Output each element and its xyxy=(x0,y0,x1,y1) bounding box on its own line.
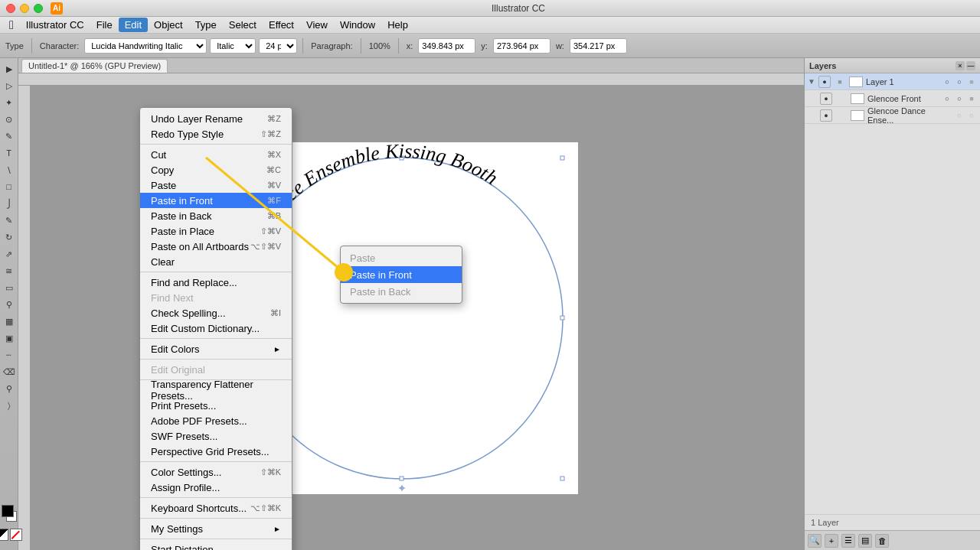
menu-redo-type-style[interactable]: Redo Type Style ⇧⌘Z xyxy=(140,126,292,142)
sep1 xyxy=(140,144,292,145)
doc-tab[interactable]: Untitled-1* @ 166% (GPU Preview) xyxy=(21,59,168,73)
gradient-swatch[interactable] xyxy=(0,529,8,541)
menu-swf-presets[interactable]: SWF Presets... xyxy=(140,428,292,444)
size-select[interactable]: 24 pt xyxy=(259,38,297,54)
menu-illustrator-cc[interactable]: Illustrator CC xyxy=(20,18,90,32)
title-bar-title: Illustrator CC xyxy=(63,3,974,14)
menu-paste-on-all[interactable]: Paste on All Artboards ⌥⇧⌘V xyxy=(140,239,292,254)
menu-adobe-pdf-presets[interactable]: Adobe PDF Presets... xyxy=(140,413,292,428)
foreground-swatch[interactable] xyxy=(2,505,14,517)
selection-tool[interactable]: ▶ xyxy=(2,61,17,76)
menu-object[interactable]: Object xyxy=(148,18,189,32)
symbol-sprayer-tool[interactable]: ⚲ xyxy=(2,297,17,312)
sep3 xyxy=(361,38,361,54)
menu-print-presets[interactable]: Print Presets... xyxy=(140,398,292,413)
menu-copy[interactable]: Copy ⌘C xyxy=(140,162,292,177)
menu-perspective-grid[interactable]: Perspective Grid Presets... xyxy=(140,444,292,459)
pencil-tool[interactable]: ✎ xyxy=(2,213,17,228)
sep2 xyxy=(302,38,303,54)
left-toolbar: ▶ ▷ ✦ ⊙ ✎ T ∖ □ ⎭ ✎ ↻ ⇗ ≅ ▭ ⚲ ▦ ▣ ┄ ⌫ ⚲ … xyxy=(0,58,18,550)
menu-paste-in-back[interactable]: Paste in Back ⌘B xyxy=(140,208,292,223)
menu-clear[interactable]: Clear xyxy=(140,254,292,269)
menu-transparency-presets[interactable]: Transparency Flattener Presets... xyxy=(140,382,292,398)
pen-tool[interactable]: ✎ xyxy=(2,129,17,144)
w-label: w: xyxy=(554,41,567,50)
ctx-paste-in-back[interactable]: Paste in Back xyxy=(341,283,462,300)
menu-edit[interactable]: Edit xyxy=(119,18,148,32)
ctx-paste[interactable]: Paste xyxy=(341,249,462,266)
sep6 xyxy=(140,461,292,462)
rotate-tool[interactable]: ↻ xyxy=(2,229,17,245)
menu-help[interactable]: Help xyxy=(381,18,414,32)
menu-paste-in-place[interactable]: Paste in Place ⇧⌘V xyxy=(140,223,292,239)
w-input[interactable] xyxy=(570,38,627,54)
menu-window[interactable]: Window xyxy=(334,18,381,32)
zoom-label: 100% xyxy=(367,41,393,50)
menu-effect[interactable]: Effect xyxy=(263,18,300,32)
minimize-button[interactable] xyxy=(20,4,29,13)
type-tool[interactable]: T xyxy=(2,145,17,161)
magic-wand-tool[interactable]: ✦ xyxy=(2,95,17,110)
layers-panel-title: Layers xyxy=(809,61,956,70)
menu-color-settings[interactable]: Color Settings... ⇧⌘K xyxy=(140,464,292,480)
menu-bar:  Illustrator CC File Edit Object Type S… xyxy=(0,17,980,34)
sep8 xyxy=(140,518,292,519)
font-select[interactable]: Lucida Handwriting Italic xyxy=(84,38,207,54)
rect-tool[interactable]: □ xyxy=(2,179,17,194)
menu-assign-profile[interactable]: Assign Profile... xyxy=(140,480,292,495)
menu-paste[interactable]: Paste ⌘V xyxy=(140,177,292,193)
layers-panel-close[interactable]: × xyxy=(956,61,965,70)
menu-start-dictation[interactable]: Start Dictation... xyxy=(140,542,292,550)
menu-type[interactable]: Type xyxy=(189,18,223,32)
sep4 xyxy=(398,38,399,54)
dropdown-overlay[interactable]: Undo Layer Rename ⌘Z Redo Type Style ⇧⌘Z… xyxy=(18,73,980,550)
layers-panel-header: Layers × — xyxy=(805,58,980,73)
x-input[interactable] xyxy=(418,38,475,54)
menu-my-settings[interactable]: My Settings ► xyxy=(140,521,292,536)
paragraph-label: Paragraph: xyxy=(309,41,354,50)
layers-panel-minimize[interactable]: — xyxy=(966,61,975,70)
type-label: Type xyxy=(3,41,26,50)
menu-paste-in-front[interactable]: Paste in Front ⌘F xyxy=(140,193,292,208)
shape-builder-tool[interactable]: ▭ xyxy=(2,280,17,295)
y-label: y: xyxy=(479,41,490,50)
sep xyxy=(31,38,32,54)
lasso-tool[interactable]: ⊙ xyxy=(2,112,17,127)
main-layout: ▶ ▷ ✦ ⊙ ✎ T ∖ □ ⎭ ✎ ↻ ⇗ ≅ ▭ ⚲ ▦ ▣ ┄ ⌫ ⚲ … xyxy=(0,58,980,550)
menu-keyboard-shortcuts[interactable]: Keyboard Shortcuts... ⌥⇧⌘K xyxy=(140,500,292,516)
menu-edit-custom-dict[interactable]: Edit Custom Dictionary... xyxy=(140,321,292,336)
warp-tool[interactable]: ≅ xyxy=(2,263,17,278)
ctx-paste-in-front[interactable]: Paste in Front xyxy=(341,266,462,283)
toolbar: Type Character: Lucida Handwriting Itali… xyxy=(0,34,980,58)
menu-find-replace[interactable]: Find and Replace... xyxy=(140,275,292,290)
sep4 xyxy=(140,359,292,360)
style-select[interactable]: Italic xyxy=(210,38,256,54)
sep9 xyxy=(140,539,292,539)
eraser-tool[interactable]: ⌫ xyxy=(2,364,17,379)
menu-edit-colors[interactable]: Edit Colors ► xyxy=(140,341,292,356)
menu-cut[interactable]: Cut ⌘X xyxy=(140,147,292,162)
artboard-tool[interactable]: ▣ xyxy=(2,330,17,346)
close-button[interactable] xyxy=(6,4,15,13)
menu-file[interactable]: File xyxy=(90,18,119,32)
hand-tool[interactable]: 〉 xyxy=(2,398,17,413)
menu-undo-layer-rename[interactable]: Undo Layer Rename ⌘Z xyxy=(140,111,292,126)
y-input[interactable] xyxy=(493,38,550,54)
sep2 xyxy=(140,272,292,272)
apple-menu[interactable]:  xyxy=(3,18,20,32)
menu-check-spelling[interactable]: Check Spelling... ⌘I xyxy=(140,305,292,321)
paintbrush-tool[interactable]: ⎭ xyxy=(2,196,17,211)
x-label: x: xyxy=(404,41,416,50)
maximize-button[interactable] xyxy=(34,4,43,13)
scale-tool[interactable]: ⇗ xyxy=(2,246,17,262)
graph-tool[interactable]: ▦ xyxy=(2,314,17,329)
menu-find-next: Find Next xyxy=(140,290,292,305)
title-bar: Ai Illustrator CC xyxy=(0,0,980,17)
menu-view[interactable]: View xyxy=(300,18,334,32)
line-tool[interactable]: ∖ xyxy=(2,162,17,177)
menu-select[interactable]: Select xyxy=(223,18,263,32)
slice-tool[interactable]: ┄ xyxy=(2,347,17,363)
zoom-tool[interactable]: ⚲ xyxy=(2,381,17,396)
app-icon: Ai xyxy=(51,2,63,15)
direct-selection-tool[interactable]: ▷ xyxy=(2,78,17,93)
